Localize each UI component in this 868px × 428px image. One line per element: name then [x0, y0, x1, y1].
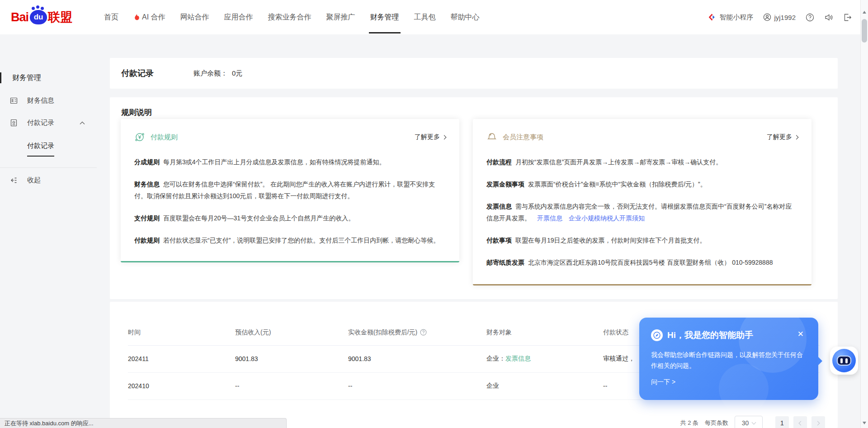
col-time: 时间	[128, 320, 235, 345]
cell-finance-target: 企业：发票信息	[486, 345, 603, 372]
popup-header: Hi，我是您的智能助手 ✕	[651, 329, 807, 341]
prev-page-button[interactable]	[793, 416, 807, 428]
rule-item: 发票金额事项发票票面“价税合计”金额=系统中“实收金额（扣除税费后/元）”。	[486, 178, 798, 190]
payment-records-icon	[10, 119, 18, 127]
nav-item-ai-cooperation[interactable]: AI 合作	[133, 0, 165, 34]
question-circle-icon[interactable]	[420, 329, 427, 336]
balance-value: 0元	[232, 69, 242, 77]
nav-item-app-cooperation[interactable]: 应用合作	[224, 0, 253, 34]
nav-item-home[interactable]: 首页	[104, 0, 118, 34]
rules-section-title: 规则说明	[110, 97, 838, 118]
sidebar-item-payment-records[interactable]: 付款记录	[0, 119, 97, 127]
popup-body-text: 我会帮助您诊断合作链路问题，以及解答您关于任何合作相关的问题。	[651, 349, 805, 371]
robot-eye	[840, 358, 843, 363]
cell-received: --	[348, 372, 486, 399]
rule-item: 付款事项联盟在每月19日之后签收的发票，付款时间安排在下个月首批支付。	[486, 234, 798, 246]
rule-item: 发票信息需与系统内发票信息内容完全一致，否则无法支付。请根据发票信息页面中“百度…	[486, 200, 798, 224]
chevron-right-icon	[816, 421, 820, 425]
member-notes-body: 付款流程月初按“发票信息”页面开具发票→上传发票→邮寄发票→审核→确认支付。 发…	[486, 143, 798, 268]
username: jyj1992	[774, 14, 796, 21]
per-page-label: 每页条数	[705, 419, 728, 427]
scroll-up-arrow-icon[interactable]	[863, 11, 866, 14]
nav-item-finance-management[interactable]: 财务管理	[370, 0, 399, 34]
member-notes-more-link[interactable]: 了解更多	[767, 133, 798, 141]
page-title: 付款记录	[121, 68, 154, 79]
small-taxpayer-notice-link[interactable]: 企业小规模纳税人开票须知	[569, 214, 645, 222]
col-estimated-income: 预估收入(元)	[235, 320, 348, 345]
cell-finance-target: 企业	[486, 372, 603, 399]
chevron-down-icon	[752, 420, 756, 424]
robot-face	[837, 356, 851, 366]
sidebar-section-title: 财务管理	[12, 73, 97, 83]
balance-label: 账户余额：	[193, 69, 227, 77]
baidu-union-logo[interactable]: Bai du 联盟	[11, 9, 72, 25]
vertical-scrollbar[interactable]	[860, 0, 868, 428]
sidebar-item-finance-info[interactable]: 财务信息	[0, 96, 97, 105]
navbar-right-cluster: 智能小程序 jyj1992	[708, 0, 852, 34]
baidu-paw-icon: du	[30, 10, 47, 24]
chevron-left-icon	[799, 421, 803, 425]
rule-item: 付款流程月初按“发票信息”页面开具发票→上传发票→邮寄发票→审核→确认支付。	[486, 156, 798, 168]
invoice-info-table-link[interactable]: 发票信息	[505, 355, 531, 362]
logo-text-du: du	[34, 13, 43, 22]
logout-icon[interactable]	[843, 13, 852, 22]
col-finance-target: 财务对象	[486, 320, 603, 345]
popup-title: Hi，我是您的智能助手	[667, 329, 753, 341]
chevron-right-icon	[794, 135, 799, 139]
page-header-card: 付款记录 账户余额：0元	[110, 58, 838, 89]
finance-info-icon	[10, 97, 18, 105]
total-count: 共 2 条	[680, 419, 698, 427]
sidebar-collapse-button[interactable]: 收起	[0, 176, 97, 185]
cell-received: 9001.83	[348, 345, 486, 372]
cell-time: 202410	[128, 372, 235, 399]
mini-program-diamond-icon	[708, 13, 717, 21]
sidebar-subitem-payment-records-active[interactable]: 付款记录	[27, 142, 54, 157]
member-notes-card: 会员注意事项 了解更多 付款流程月初按“发票信息”页面开具发票→上传发票→邮寄发…	[473, 119, 811, 285]
close-icon[interactable]: ✕	[797, 330, 804, 338]
bell-icon	[486, 132, 497, 143]
page-1-button[interactable]: 1	[775, 416, 789, 428]
payment-rules-card: 付款规则 了解更多 分成规则每月第3或4个工作日产出上月分成信息及发票信息，如有…	[121, 119, 459, 262]
rule-item: 支付规则百度联盟会在每月20号—31号支付企业会员上个自然月产生的收入。	[134, 212, 446, 224]
nav-item-toolkit[interactable]: 工具包	[414, 0, 436, 34]
cell-estimated: 9001.83	[235, 345, 348, 372]
payment-rules-more-link[interactable]: 了解更多	[415, 133, 446, 141]
robot-avatar-icon	[832, 349, 856, 372]
status-text: 正在等待 xlab.baidu.com 的响应...	[5, 419, 94, 428]
assistant-popup: Hi，我是您的智能助手 ✕ 我会帮助您诊断合作链路问题，以及解答您关于任何合作相…	[639, 318, 818, 400]
user-account[interactable]: jyj1992	[763, 13, 796, 21]
top-navbar: Bai du 联盟 首页 AI 合作 网站合作 应用合作 搜索业务合作 聚屏推广…	[0, 0, 868, 34]
announcement-speaker-icon[interactable]	[824, 13, 833, 22]
mini-program-entry[interactable]: 智能小程序	[708, 13, 753, 22]
col-received-amount: 实收金额(扣除税费后/元)	[348, 320, 486, 345]
ask-now-link[interactable]: 问一下 >	[651, 378, 675, 386]
chevron-up-icon	[80, 121, 85, 125]
nav-item-website-cooperation[interactable]: 网站合作	[180, 0, 209, 34]
sidebar-divider	[0, 167, 97, 168]
nav-item-screen-promotion[interactable]: 聚屏推广	[326, 0, 355, 34]
robot-eye	[845, 358, 848, 363]
next-page-button[interactable]	[811, 416, 825, 428]
payment-rules-title: 付款规则	[151, 133, 178, 142]
assistant-robot-button[interactable]	[830, 347, 858, 375]
rules-card: 规则说明 付款规则 了解更多 分成规则每月第3或4个工作日产出上月分成信息及发票…	[110, 97, 838, 299]
rule-item: 邮寄纸质发票北京市海淀区西北旺东路10号院百度科技园5号楼 百度联盟财务组（收）…	[486, 257, 798, 268]
page-buttons: 1	[775, 416, 825, 428]
compass-icon	[651, 329, 663, 341]
scrollbar-thumb[interactable]	[862, 19, 867, 43]
cell-estimated: --	[235, 372, 348, 399]
sidebar-item-label: 付款记录	[27, 119, 54, 127]
sidebar: 财务管理 财务信息 付款记录 付款记录 收起	[0, 34, 97, 185]
invoice-info-link[interactable]: 开票信息	[537, 214, 562, 222]
logo-text-bai: Bai	[11, 10, 28, 24]
nav-item-search-cooperation[interactable]: 搜索业务合作	[268, 0, 311, 34]
nav-item-help-center[interactable]: 帮助中心	[451, 0, 480, 34]
cell-time: 202411	[128, 345, 235, 372]
member-notes-header: 会员注意事项 了解更多	[486, 131, 798, 143]
sidebar-item-label: 财务信息	[27, 96, 54, 105]
member-notes-title: 会员注意事项	[503, 133, 543, 142]
scroll-down-arrow-icon[interactable]	[863, 422, 866, 424]
help-icon[interactable]	[806, 13, 814, 22]
chevron-right-icon	[442, 135, 447, 139]
per-page-select[interactable]: 30	[735, 416, 763, 428]
